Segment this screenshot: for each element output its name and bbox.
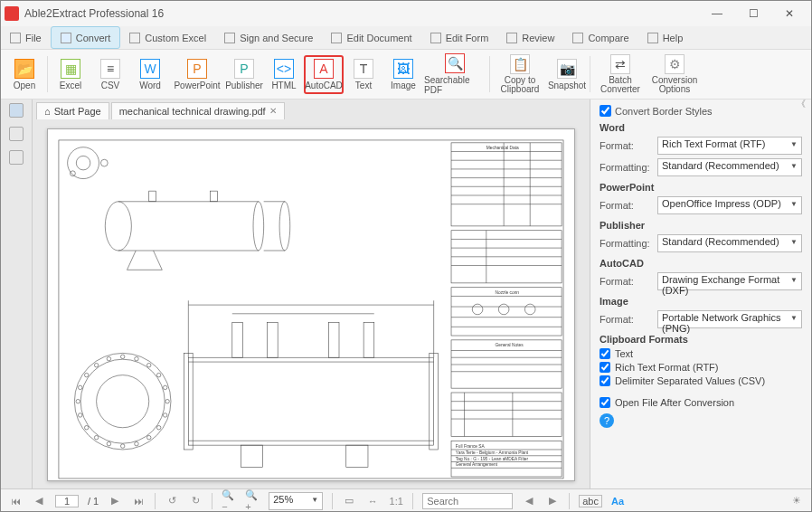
autocad-format-select[interactable]: Drawing Exchange Format (DXF) (657, 272, 802, 290)
search-next-button[interactable]: ▶ (545, 494, 560, 508)
svg-point-9 (279, 202, 290, 251)
menu-custom-excel[interactable]: Custom Excel (120, 26, 215, 49)
conversion-options-panel: Convert Border Styles Word Format:Rich T… (590, 100, 811, 488)
last-page-button[interactable]: ⏭ (131, 494, 146, 508)
csv-icon: ≡ (100, 59, 120, 79)
page-input[interactable]: 1 (55, 495, 79, 507)
zoom-select[interactable]: 25% (269, 492, 323, 510)
svg-point-20 (165, 399, 169, 403)
close-button[interactable]: ✕ (771, 3, 807, 24)
open-button[interactable]: 📂Open (5, 56, 44, 93)
svg-text:Yara Terte - Belgium - Ammonia: Yara Terte - Belgium - Ammonia Plant (456, 450, 529, 455)
search-prev-button[interactable]: ◀ (522, 494, 536, 508)
svg-point-1 (68, 147, 99, 179)
menu-compare[interactable]: Compare (563, 26, 637, 49)
menu-help[interactable]: Help (638, 26, 693, 49)
camera-icon: 📷 (557, 59, 577, 79)
zoom-out-button[interactable]: 🔍− (222, 494, 236, 508)
clip-csv-checkbox[interactable] (600, 375, 610, 386)
svg-point-28 (84, 426, 88, 430)
csv-button[interactable]: ≡CSV (90, 56, 130, 93)
copy-clipboard-button[interactable]: 📋Copy to Clipboard (493, 52, 547, 97)
convert-borders-checkbox[interactable] (600, 105, 611, 117)
publisher-icon: P (234, 59, 254, 79)
close-icon[interactable]: ✕ (269, 106, 277, 116)
autocad-icon: A (314, 59, 334, 79)
clip-rtf-checkbox[interactable] (600, 362, 610, 373)
word-button[interactable]: WWord (130, 56, 170, 93)
first-page-button[interactable]: ⏮ (8, 494, 23, 508)
prev-page-button[interactable]: ◀ (32, 494, 46, 508)
batch-button[interactable]: ⇄Batch Converter (593, 52, 647, 97)
rotate-ccw-button[interactable]: ↺ (165, 494, 179, 508)
tab-start-page[interactable]: ⌂Start Page (36, 102, 109, 119)
options-button[interactable]: ⚙Conversion Options (647, 52, 702, 97)
excel-button[interactable]: ▦Excel (51, 56, 90, 93)
word-formatting-select[interactable]: Standard (Recommended) (657, 158, 802, 176)
svg-point-33 (94, 363, 98, 366)
next-page-button[interactable]: ▶ (108, 494, 122, 508)
svg-rect-40 (188, 357, 433, 445)
menu-edit-form[interactable]: Edit Form (421, 26, 498, 49)
text-button[interactable]: TText (344, 56, 383, 93)
actual-size-button[interactable]: 1:1 (389, 494, 403, 508)
rotate-cw-button[interactable]: ↻ (188, 494, 203, 508)
html-button[interactable]: <>HTML (264, 56, 304, 93)
svg-rect-49 (241, 445, 262, 467)
svg-text:General Arrangement: General Arrangement (456, 462, 498, 467)
ppt-format-select[interactable]: OpenOffice Impress (ODP) (657, 196, 802, 214)
svg-point-35 (120, 355, 124, 358)
fit-width-button[interactable]: ↔ (365, 494, 380, 508)
search-input[interactable] (422, 493, 513, 509)
menu-sign-secure[interactable]: Sign and Secure (215, 26, 322, 49)
pdf-search-icon: 🔍 (445, 53, 465, 73)
svg-point-23 (146, 435, 150, 439)
menu-file[interactable]: File (1, 26, 51, 49)
snapshot-button[interactable]: 📷Snapshot (547, 56, 587, 93)
open-after-checkbox[interactable] (600, 397, 610, 408)
svg-rect-86 (451, 393, 562, 436)
searchable-pdf-button[interactable]: 🔍Searchable PDF (423, 51, 486, 98)
page-1: Mechanical Data Nozzle conn (47, 128, 575, 481)
autocad-button[interactable]: AAutoCAD (304, 55, 344, 94)
clipboard-icon: 📋 (510, 54, 530, 74)
svg-point-36 (135, 356, 138, 360)
svg-rect-46 (268, 322, 279, 357)
section-image: Image (600, 296, 802, 307)
menu-edit-document[interactable]: Edit Document (322, 26, 420, 49)
publisher-formatting-select[interactable]: Standard (Recommended) (657, 234, 802, 252)
image-format-select[interactable]: Portable Network Graphics (PNG) (657, 310, 802, 328)
thumbnails-icon[interactable] (9, 103, 24, 118)
maximize-button[interactable]: ☐ (735, 3, 771, 24)
help-icon[interactable]: ? (600, 413, 614, 428)
section-autocad: AutoCAD (600, 258, 802, 269)
document-canvas[interactable]: Mechanical Data Nozzle conn (33, 121, 590, 488)
publisher-button[interactable]: PPublisher (224, 56, 264, 93)
svg-point-39 (163, 385, 166, 389)
tab-document[interactable]: mechanical technical drawing.pdf✕ (111, 102, 285, 119)
svg-text:General Notes: General Notes (495, 343, 524, 347)
section-powerpoint: PowerPoint (600, 182, 802, 193)
svg-line-14 (127, 251, 137, 270)
batch-icon: ⇄ (610, 54, 630, 74)
clip-text-checkbox[interactable] (600, 348, 610, 359)
fit-page-button[interactable]: ▭ (342, 494, 356, 508)
theme-button[interactable]: ☀ (789, 494, 804, 508)
svg-point-22 (156, 426, 160, 430)
match-case-button[interactable]: Aa (611, 496, 624, 507)
svg-rect-12 (149, 191, 156, 202)
minimize-button[interactable]: ― (699, 3, 735, 24)
svg-point-77 (472, 304, 483, 315)
image-button[interactable]: 🖼Image (383, 56, 423, 93)
word-icon: W (140, 59, 160, 79)
panel-collapse-icon[interactable]: 《 (797, 98, 806, 110)
attachments-icon[interactable] (9, 150, 24, 165)
bookmarks-icon[interactable] (9, 127, 24, 141)
word-format-select[interactable]: Rich Text Format (RTF) (657, 137, 802, 155)
powerpoint-button[interactable]: PPowerPoint (170, 56, 224, 93)
menu-convert[interactable]: Convert (51, 26, 121, 49)
svg-rect-47 (328, 322, 339, 357)
zoom-in-button[interactable]: 🔍+ (245, 494, 260, 508)
menu-review[interactable]: Review (497, 26, 563, 49)
whole-word-button[interactable]: abc (579, 495, 602, 507)
